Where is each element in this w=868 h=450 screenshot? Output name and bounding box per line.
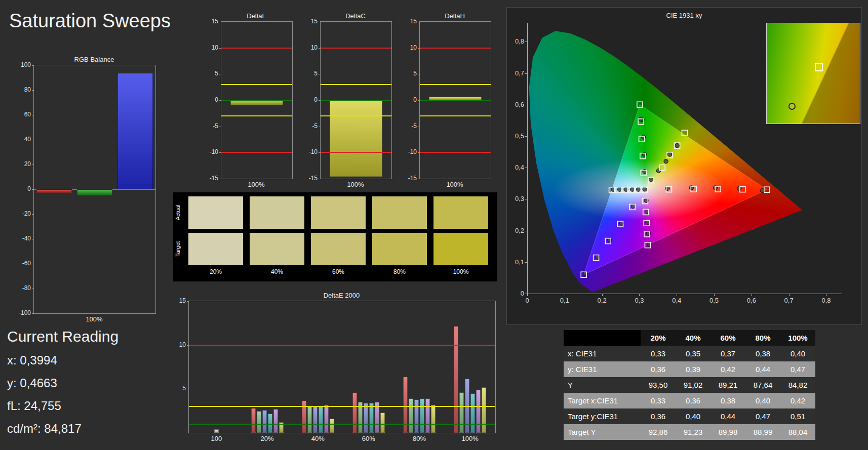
deltae-bar: [420, 398, 424, 433]
y-tick-mark: [418, 22, 420, 22]
cie-measurement-dot: [642, 135, 646, 139]
y-tick-mark: [219, 22, 221, 22]
x-tick-label: 0,1: [557, 297, 572, 304]
deltae-bar: [251, 408, 256, 433]
delta-h-chart: DeltaH 151050-5-10-15 100%: [400, 12, 492, 188]
bar-green: [77, 189, 112, 195]
cie-measurement-dot: [636, 187, 640, 191]
cie-measurement-dot: [649, 178, 653, 182]
delta-e-2000-plot: 1510510020%40%60%80%100%: [188, 301, 496, 433]
ref-line: [321, 84, 391, 85]
x-tick-mark: [789, 294, 790, 296]
swatch-row-label-target: Target: [175, 233, 182, 265]
swatch-actual-100%: [433, 196, 488, 229]
ref-line: [221, 152, 292, 153]
y-tick-label: 0,8: [508, 37, 524, 45]
y-tick-label: 0,4: [508, 163, 524, 171]
table-cell: 93,50: [641, 381, 676, 389]
deltae-bar: [414, 399, 419, 433]
current-reading: Current Reading x: 0,3994 y: 0,4663 fL: …: [7, 328, 119, 444]
y-tick-mark: [32, 90, 34, 91]
y-tick-mark: [32, 165, 34, 165]
table-cell: 0,38: [745, 349, 780, 358]
x-tick-label: 0: [520, 297, 535, 304]
y-tick-mark: [32, 239, 34, 239]
table-cell: 0,40: [745, 396, 780, 405]
swatch-target-100%: [433, 233, 488, 265]
table-cell: 88,04: [780, 428, 815, 436]
y-tick-label: -15: [402, 175, 417, 182]
y-tick-mark: [525, 105, 527, 105]
swatch-actual-60%: [311, 196, 366, 229]
y-tick-label: 15: [302, 18, 318, 25]
y-tick-label: -5: [302, 122, 318, 130]
current-reading-y: y: 0,4663: [7, 376, 119, 390]
deltae-bar: [307, 405, 312, 433]
ref-line: [420, 84, 491, 85]
table-cell: 0,36: [641, 365, 676, 374]
table-cell: 0,38: [711, 396, 745, 405]
y-tick-label: 10: [203, 44, 218, 51]
ref-line: [321, 115, 391, 116]
x-tick-label: 20%: [255, 435, 280, 442]
x-tick-label: 100: [204, 435, 229, 442]
y-tick-mark: [525, 231, 527, 231]
deltae-bar: [470, 393, 475, 433]
deltae-bar: [482, 387, 486, 433]
swatch-target-60%: [311, 233, 366, 265]
swatch-col-label: 80%: [372, 268, 427, 275]
swatch-actual-40%: [250, 196, 304, 229]
y-tick-mark: [525, 168, 527, 168]
cie-data-table: 20%40%60%80%100%x: CIE310,330,350,370,38…: [564, 330, 815, 440]
y-tick-label: -40: [16, 235, 31, 242]
table-cell: 0,47: [745, 412, 780, 421]
ref-line: [189, 424, 495, 425]
y-tick-label: 5: [402, 70, 417, 77]
swatch-col-label: 100%: [433, 268, 488, 275]
y-tick-label: -60: [16, 260, 31, 267]
page-title: Saturation Sweeps: [9, 10, 171, 32]
y-tick-label: -5: [203, 122, 218, 130]
delta-l-xlabel: 100%: [221, 181, 292, 188]
deltae-bar: [431, 405, 436, 433]
y-tick-label: -100: [16, 309, 31, 316]
swatch-comparison-panel: Actual Target 20%40%60%80%100%: [173, 192, 497, 281]
y-tick-label: -5: [402, 122, 417, 130]
x-tick-label: 60%: [356, 435, 381, 442]
cie-inset-zoom: [766, 23, 860, 124]
y-tick-label: 5: [203, 70, 218, 77]
table-header-cell: 80%: [745, 334, 780, 342]
table-row: x: CIE310,330,350,370,380,40: [564, 346, 815, 361]
table-row: y: CIE310,360,390,420,440,47: [564, 361, 815, 377]
y-tick-mark: [525, 199, 527, 199]
x-tick-mark: [752, 294, 752, 296]
table-cell: 0,39: [676, 365, 711, 374]
y-tick-mark: [32, 289, 34, 289]
y-tick-label: 0,3: [508, 195, 524, 202]
x-tick-label: 100%: [457, 435, 483, 442]
bar-red: [36, 189, 72, 193]
y-tick-label: 10: [302, 44, 318, 51]
delta-l-plot: 151050-5-10-15: [221, 21, 293, 179]
ref-line: [189, 406, 495, 407]
y-tick-label: 60: [16, 111, 31, 118]
bar-blue: [117, 73, 153, 189]
ref-line: [420, 152, 491, 153]
cie-measurement-dot: [664, 159, 668, 163]
y-tick-mark: [187, 389, 189, 389]
y-tick-label: 0: [402, 96, 417, 103]
table-cell: 91,02: [676, 381, 711, 389]
ref-line: [221, 115, 292, 116]
y-tick-label: 0,1: [508, 258, 524, 266]
ref-line: [321, 152, 391, 153]
rgb-balance-xlabel: 100%: [33, 315, 155, 323]
y-tick-label: 20: [16, 160, 31, 168]
deltae-bar: [459, 392, 464, 433]
deltae-bar: [380, 413, 385, 433]
table-header-cell: 20%: [641, 334, 676, 342]
swatch-target-20%: [188, 233, 243, 265]
y-tick-label: 15: [203, 18, 218, 25]
y-tick-label: 15: [171, 297, 186, 304]
y-tick-label: -10: [203, 148, 218, 155]
y-tick-label: 0: [16, 185, 31, 192]
